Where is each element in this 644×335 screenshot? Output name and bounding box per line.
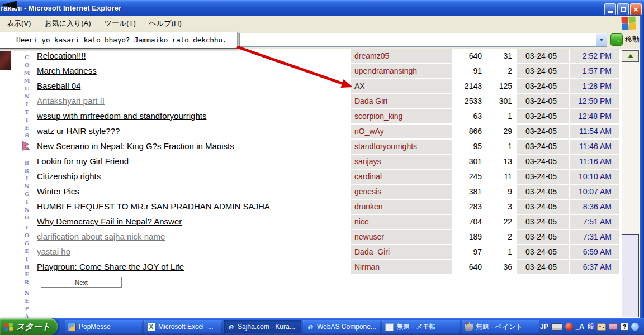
username-cell[interactable]: upendramansingh [351, 64, 452, 78]
replies-cell: 125 [484, 79, 515, 93]
replies-cell: 1 [484, 109, 515, 123]
thread-list-item: yastai ho [37, 244, 358, 259]
username-cell[interactable]: nO_wAy [351, 125, 452, 138]
username-cell[interactable]: Dada_Giri [351, 245, 452, 259]
date-cell: 03-24-05 [517, 260, 569, 274]
scrollbar-thumb[interactable] [622, 234, 639, 317]
scroll-up-button[interactable] [622, 50, 639, 62]
ime-toolbox-icon[interactable] [609, 323, 618, 330]
notepad-icon [385, 323, 394, 331]
taskbar-task-button[interactable]: Microsoft Excel -... [144, 320, 222, 333]
ie-icon [226, 323, 235, 331]
thread-link[interactable]: Lookin for my Girl Friend [37, 156, 129, 166]
username-cell[interactable]: sanjays [351, 155, 452, 169]
username-cell[interactable]: Nirman [351, 260, 452, 274]
window-controls: × [604, 3, 642, 15]
username-cell[interactable]: newuser [351, 230, 452, 244]
time-cell: 12:48 PM [570, 109, 619, 123]
username-cell[interactable]: AX [351, 79, 452, 93]
thread-list-item: Why Democracy Fail in Nepal? Answer [37, 214, 358, 229]
windows-start-logo-icon [4, 323, 13, 331]
keyboard-icon[interactable] [551, 323, 562, 331]
views-cell: 2143 [453, 79, 483, 93]
thread-link[interactable]: yastai ho [37, 247, 70, 256]
address-combobox[interactable] [239, 33, 607, 47]
address-dropdown-button[interactable] [596, 34, 607, 46]
username-cell[interactable]: drunken [351, 200, 452, 214]
ime-caps-label[interactable]: _A [576, 323, 584, 331]
thread-list-item: Relocation!!!! [37, 49, 358, 63]
menu-item[interactable]: お気に入り(A) [44, 18, 91, 28]
page-scrollbar[interactable] [622, 50, 639, 317]
taskbar-task-button[interactable]: 無題 - ペイント [462, 320, 539, 333]
taskbar-tasks: PopMesse Microsoft Excel -... Sajha.com … [65, 320, 539, 333]
taskbar: スタート PopMesse Microsoft Excel -... Sajha… [0, 318, 644, 335]
views-cell: 97 [453, 245, 483, 259]
thread-link[interactable]: HUMBLE REQUEST TO MR.r SAN PRADHAN ADMIN… [37, 202, 270, 211]
thread-link[interactable]: Why Democracy Fail in Nepal? Answer [37, 217, 182, 226]
thread-link[interactable]: March Madness [37, 66, 97, 75]
cursor-arrow-icon [0, 0, 19, 10]
taskbar-task-button[interactable]: WebAS Compone... [303, 320, 381, 333]
thread-list-item: Playgroun: Come Share the JOY of Life [37, 259, 358, 274]
username-cell[interactable]: scorpion_king [351, 109, 452, 123]
thread-link[interactable]: New Scenario in Nepal: King G?s Fraction… [37, 141, 234, 151]
ime-language-label[interactable]: JP [540, 323, 548, 331]
menu-bar: 表示(V) お気に入り(A) ツール(T) ヘルプ(H) [0, 16, 640, 31]
username-cell[interactable]: standforyourrights [351, 140, 452, 154]
thread-link[interactable]: wssup with mrfreedom and standforyourrig… [37, 111, 206, 121]
window-titlebar: rakani - Microsoft Internet Explorer × [0, 0, 644, 16]
thread-link[interactable]: Citizenship rights [37, 171, 101, 181]
thread-link[interactable]: Baseball 04 [37, 81, 80, 90]
replies-cell: 3 [484, 200, 515, 214]
thread-link[interactable]: clarification about sajha nick name [37, 232, 165, 241]
menu-item[interactable]: 表示(V) [7, 18, 31, 28]
username-cell[interactable]: dreamz05 [351, 49, 452, 63]
username-cell[interactable]: Dada Giri [351, 94, 452, 108]
replies-cell: 36 [484, 260, 515, 274]
menu-item[interactable]: ヘルプ(H) [149, 18, 182, 28]
minimize-button[interactable] [604, 3, 616, 15]
thread-link[interactable]: Playgroun: Come Share the JOY of Life [37, 262, 184, 271]
thread-link[interactable]: Relocation!!!! [37, 51, 86, 60]
thread-link[interactable]: watz ur HAIR style??? [37, 126, 120, 136]
time-cell: 10:10 AM [570, 170, 619, 184]
ime-mode-label[interactable]: 般 [587, 322, 594, 332]
go-button-label[interactable]: 移動 [625, 34, 640, 46]
replies-cell: 1 [484, 245, 515, 259]
replies-cell: 11 [484, 170, 515, 184]
time-cell: 11:46 AM [570, 140, 619, 154]
thread-list-item: Antakshyari part II [37, 93, 358, 108]
window-border [640, 16, 644, 318]
username-cell[interactable]: cardinal [351, 170, 452, 184]
username-cell[interactable]: nice [351, 215, 452, 229]
next-button[interactable]: Next [41, 277, 122, 288]
table-row: sanjays 301 13 03-24-05 11:16 AM [351, 155, 619, 169]
taskbar-task-button[interactable]: PopMesse [65, 320, 143, 333]
taskbar-task-button[interactable]: 無題 - メモ帳 [382, 320, 460, 333]
date-cell: 03-24-05 [517, 125, 569, 138]
start-button[interactable]: スタート [0, 318, 58, 335]
username-cell[interactable]: genesis [351, 185, 452, 199]
taskbar-task-button[interactable]: Sajha.com - Kura... [224, 320, 301, 333]
maximize-button[interactable] [617, 3, 629, 15]
close-button[interactable]: × [630, 3, 642, 15]
thread-list-item: Baseball 04 [37, 78, 358, 93]
thread-link[interactable]: Antakshyari part II [37, 96, 105, 106]
table-row: AX 2143 125 03-24-05 1:28 PM [351, 79, 619, 93]
thread-link[interactable]: Winter Pics [37, 186, 79, 196]
tooltip-text: Heeri yo kasari kalo bhayo? Jammaiko rat… [16, 36, 226, 44]
menu-item[interactable]: ツール(T) [105, 18, 136, 28]
date-cell: 03-24-05 [517, 94, 569, 108]
ime-ball-icon[interactable] [565, 323, 573, 331]
views-cell: 2533 [453, 94, 483, 108]
replies-cell: 22 [484, 215, 515, 229]
go-button[interactable]: → [610, 34, 623, 46]
ime-help-icon[interactable]: ? [621, 323, 628, 331]
thread-list-item: Citizenship rights [37, 169, 358, 184]
views-cell: 640 [453, 260, 483, 274]
chevron-down-icon [599, 39, 604, 41]
address-input[interactable] [241, 35, 590, 46]
screen: rakani - Microsoft Internet Explorer × 表… [0, 0, 644, 335]
ime-palette-icon[interactable] [597, 323, 606, 331]
